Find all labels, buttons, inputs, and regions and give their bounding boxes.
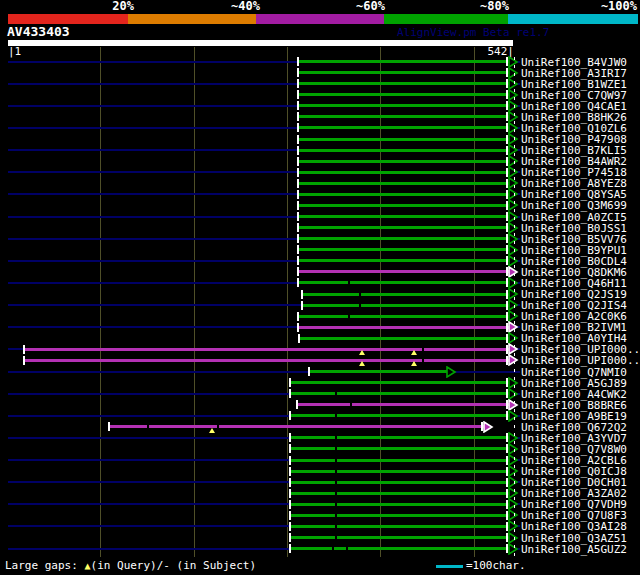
alignment-bar[interactable] (299, 193, 513, 196)
alignment-bar[interactable] (25, 359, 513, 362)
alignment-bar[interactable] (303, 304, 513, 307)
subject-gap-tick (422, 359, 424, 362)
alignment-bar[interactable] (299, 215, 513, 218)
query-id-title: AV433403 (7, 25, 70, 38)
alignment-bar[interactable] (291, 492, 513, 495)
alignment-start-tick (289, 456, 291, 465)
scale-bar-sample (436, 565, 463, 568)
subject-label[interactable]: UniRef100_Q3M699 (521, 200, 627, 211)
alignment-start-tick (297, 234, 299, 243)
alignment-bar[interactable] (299, 126, 513, 129)
scale-segment-red (8, 14, 128, 24)
alignment-bar[interactable] (291, 481, 513, 484)
subject-label[interactable]: UniRef100_Q3AZ51 (521, 533, 627, 544)
alignment-bar[interactable] (299, 259, 513, 262)
alignment-bar[interactable] (299, 60, 513, 63)
subject-gap-tick (332, 547, 334, 550)
alignment-bar[interactable] (291, 536, 513, 539)
subject-label[interactable]: UniRef100_A4CWK2 (521, 389, 627, 400)
alignment-bar[interactable] (291, 414, 513, 417)
subject-gap-tick (335, 536, 337, 539)
alignment-bar[interactable] (291, 470, 513, 473)
subject-gap-tick (217, 425, 219, 428)
bottom-legend: Large gaps: ▲(in Query)/- (in Subject) =… (0, 558, 640, 575)
alignment-bar[interactable] (299, 182, 513, 185)
alignment-bar[interactable] (299, 160, 513, 163)
alignment-bar[interactable] (310, 370, 450, 373)
scale-label-100: ~100% (601, 0, 637, 13)
alignment-bar[interactable] (299, 171, 513, 174)
query-gap-triangle-icon (411, 350, 417, 355)
alignment-bar[interactable] (299, 115, 513, 118)
app-version-text: AlignView.pm Beta re1.7 (397, 27, 549, 39)
subject-continues-arrow-icon (483, 421, 494, 433)
subject-label[interactable]: UniRef100_B1WZE1 (521, 79, 627, 90)
alignment-bar[interactable] (291, 447, 513, 450)
alignment-bar[interactable] (299, 104, 513, 107)
alignment-bar[interactable] (298, 403, 513, 406)
alignment-start-tick (297, 168, 299, 177)
alignment-bar[interactable] (303, 293, 513, 296)
alignment-start-tick (289, 489, 291, 498)
subject-label[interactable]: UniRef100_A5GUZ2 (521, 544, 627, 555)
scale-label-60: ~60% (356, 0, 385, 13)
subject-label[interactable]: UniRef100_B5VV76 (521, 234, 627, 245)
alignment-start-tick (289, 433, 291, 442)
alignment-bar[interactable] (299, 93, 513, 96)
alignment-start-tick (289, 478, 291, 487)
alignment-bar[interactable] (299, 270, 513, 273)
alignment-bar[interactable] (291, 514, 513, 517)
alignment-bar[interactable] (299, 138, 513, 141)
alignment-bar[interactable] (291, 503, 513, 506)
alignment-start-tick (297, 68, 299, 77)
alignment-bar[interactable] (110, 425, 488, 428)
alignment-bar[interactable] (291, 459, 513, 462)
subject-label[interactable]: UniRef100_Q3AI28 (521, 521, 627, 532)
alignment-bar[interactable] (25, 348, 513, 351)
subject-gap-tick (335, 414, 337, 417)
alignment-start-tick (289, 467, 291, 476)
alignment-start-tick (297, 223, 299, 232)
alignment-bar[interactable] (299, 315, 513, 318)
subject-label[interactable]: UniRef100_A0ZCI5 (521, 212, 627, 223)
alignment-start-tick (289, 511, 291, 520)
alignment-start-tick (23, 356, 25, 365)
alignment-start-tick (297, 146, 299, 155)
alignment-start-tick (298, 334, 300, 343)
alignment-start-tick (297, 79, 299, 88)
alignview-screen: 20% ~40% ~60% ~80% ~100% AV433403 AlignV… (0, 0, 640, 575)
alignment-start-tick (289, 522, 291, 531)
alignment-bar[interactable] (300, 337, 513, 340)
alignment-bar[interactable] (291, 525, 513, 528)
subject-label[interactable]: UniRef100_B0JSS1 (521, 223, 627, 234)
alignment-bar[interactable] (291, 392, 513, 395)
alignment-start-tick (297, 123, 299, 132)
alignment-bar[interactable] (291, 436, 513, 439)
subject-gap-tick (348, 281, 350, 284)
alignment-start-tick (297, 112, 299, 121)
subject-label[interactable]: UniRef100_UPI000.. (521, 355, 640, 366)
subject-gap-tick (335, 525, 337, 528)
subject-label[interactable]: UniRef100_A5GJ89 (521, 378, 627, 389)
subject-gap-tick (335, 459, 337, 462)
alignment-bar[interactable] (299, 326, 513, 329)
alignment-bar[interactable] (299, 71, 513, 74)
subject-gap-tick (335, 436, 337, 439)
large-gaps-prefix: Large gaps: (5, 559, 84, 572)
alignment-bar[interactable] (299, 248, 513, 251)
scale-segment-green (384, 14, 508, 24)
alignment-start-tick (297, 323, 299, 332)
alignment-bar[interactable] (299, 237, 513, 240)
alignment-bar[interactable] (299, 149, 513, 152)
alignment-start-tick (289, 389, 291, 398)
subject-label[interactable]: UniRef100_A3IRI7 (521, 68, 627, 79)
subject-label[interactable]: UniRef100_B4VJW0 (521, 57, 627, 68)
alignment-bar[interactable] (299, 226, 513, 229)
alignment-bar[interactable] (291, 547, 513, 550)
subject-label[interactable]: UniRef100_Q7NMI0 (521, 367, 627, 378)
alignment-bar[interactable] (299, 204, 513, 207)
alignment-bar[interactable] (299, 82, 513, 85)
alignment-bar[interactable] (299, 281, 513, 284)
alignment-bar[interactable] (291, 381, 513, 384)
subject-gap-tick (147, 425, 149, 428)
